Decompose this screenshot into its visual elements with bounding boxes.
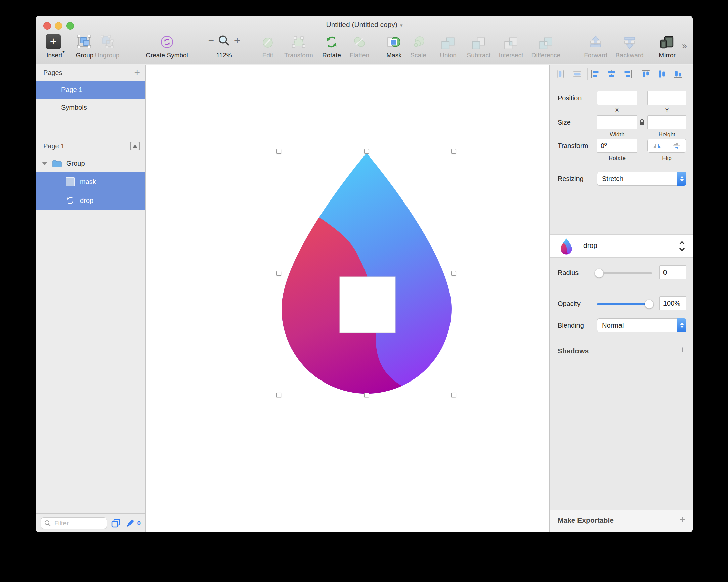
folder-icon [52, 160, 62, 167]
position-x-field[interactable] [597, 91, 637, 105]
size-height-field[interactable] [647, 115, 686, 129]
scale-icon [405, 32, 432, 49]
radius-slider[interactable] [597, 272, 652, 274]
make-exportable-section[interactable]: Make Exportable + [550, 510, 693, 532]
collapse-artboards-icon[interactable] [130, 142, 140, 151]
toolbar-item-forward: Forward [579, 32, 613, 59]
rotate-label: Rotate [597, 155, 637, 162]
add-export-button[interactable]: + [679, 513, 685, 525]
selection-handle-se[interactable] [451, 393, 456, 397]
position-y-field[interactable] [647, 91, 686, 105]
selection-handle-ne[interactable] [451, 149, 456, 154]
distribute-vertically-icon[interactable] [572, 69, 582, 79]
add-shadow-button[interactable]: + [679, 344, 685, 356]
make-exportable-label: Make Exportable [558, 516, 614, 524]
transform-label: Transform [558, 142, 588, 150]
layers-header: Page 1 [36, 138, 146, 155]
layer-row-group[interactable]: Group [36, 155, 146, 172]
align-top-icon[interactable] [641, 69, 650, 79]
flip-label: Flip [647, 155, 687, 162]
difference-icon [527, 32, 565, 49]
drop-artwork [279, 152, 454, 396]
canvas[interactable] [146, 65, 549, 532]
toolbar-item-zoom[interactable]: − + 112% [201, 32, 248, 59]
flip-control[interactable] [647, 139, 686, 153]
selection-handle-e[interactable] [451, 271, 456, 276]
toolbar-item-transform: Transform [279, 32, 319, 59]
draft-count-badge: 0 [137, 520, 141, 527]
blending-label: Blending [558, 322, 584, 329]
insert-plus-icon: +▾ [39, 32, 70, 49]
resizing-dropdown[interactable]: Stretch [597, 171, 686, 186]
pencil-icon[interactable] [126, 519, 135, 528]
add-page-button[interactable]: + [134, 67, 140, 78]
symbol-stepper-icon[interactable] [679, 241, 685, 252]
toolbar-item-mask[interactable]: Mask [381, 32, 407, 59]
selection-handle-s[interactable] [364, 393, 369, 397]
toolbar-overflow-icon[interactable]: ›› [682, 40, 686, 51]
subtract-icon [462, 32, 496, 49]
ungroup-icon [92, 32, 122, 49]
toolbar-item-rotate[interactable]: Rotate [317, 32, 346, 59]
layer-row-drop[interactable]: drop [36, 191, 146, 210]
lock-icon[interactable] [639, 118, 645, 126]
zoom-out-icon[interactable]: − [208, 35, 214, 46]
toolbar-item-insert[interactable]: +▾ Insert [39, 32, 70, 59]
edit-icon [254, 32, 281, 49]
toolbar-item-create-symbol[interactable]: Create Symbol [140, 32, 194, 59]
selection-handle-sw[interactable] [277, 393, 281, 397]
align-bottom-icon[interactable] [673, 69, 683, 79]
y-label: Y [647, 107, 687, 114]
stepper-icon[interactable] [677, 171, 686, 186]
selection-handle-w[interactable] [277, 271, 281, 276]
app-window: Untitled (Untitled copy)▾ +▾ Insert Grou… [36, 16, 693, 532]
align-vertical-middle-icon[interactable] [657, 69, 667, 79]
stepper-icon[interactable] [677, 318, 686, 333]
opacity-field[interactable] [659, 296, 686, 310]
search-icon [44, 520, 51, 527]
filter-input[interactable] [54, 519, 98, 527]
sidebar-bottom-bar: 0 [36, 513, 146, 532]
disclosure-triangle-icon[interactable] [42, 162, 47, 165]
title-chevron-icon[interactable]: ▾ [400, 22, 403, 28]
radius-label: Radius [558, 269, 578, 277]
selection-box[interactable] [279, 151, 454, 395]
flip-horizontal-icon[interactable] [648, 139, 667, 153]
distribute-horizontally-icon[interactable] [556, 69, 565, 79]
pages-overlap-icon[interactable] [111, 518, 121, 528]
zoom-in-icon[interactable]: + [234, 35, 240, 46]
zoom-level: 112% [201, 52, 248, 59]
backward-icon [611, 32, 648, 49]
filter-field[interactable] [41, 517, 107, 529]
transform-icon [279, 32, 319, 49]
symbol-row[interactable]: drop [550, 234, 693, 258]
selection-handle-n[interactable] [364, 149, 369, 154]
mask-icon [381, 32, 407, 49]
size-width-field[interactable] [597, 115, 637, 129]
magnifier-icon [218, 34, 230, 47]
x-label: X [597, 107, 637, 114]
flip-vertical-icon[interactable] [667, 139, 686, 153]
mask-white-square [340, 277, 395, 333]
selection-handle-nw[interactable] [277, 149, 281, 154]
width-label: Width [597, 131, 637, 138]
radius-slider-knob[interactable] [595, 269, 604, 278]
layer-row-mask[interactable]: mask [36, 172, 146, 191]
rotate-arrows-icon [66, 196, 75, 205]
opacity-slider-knob[interactable] [645, 299, 654, 309]
radius-field[interactable] [659, 265, 686, 280]
toolbar-item-intersect: Intersect [494, 32, 528, 59]
toolbar-item-scale: Scale [405, 32, 432, 59]
page-item-page1[interactable]: Page 1 [36, 81, 146, 99]
blending-dropdown[interactable]: Normal [597, 318, 686, 333]
align-horizontal-center-icon[interactable] [607, 69, 616, 79]
window-title: Untitled (Untitled copy)▾ [36, 21, 693, 29]
alignment-toolbar [550, 65, 693, 83]
inspector-panel: Position X Y Size Width Height Transform [549, 65, 693, 532]
rotate-field[interactable] [597, 139, 637, 153]
align-right-icon[interactable] [623, 69, 632, 79]
toolbar-item-mirror[interactable]: Mirror [653, 32, 682, 59]
mirror-icon [653, 32, 682, 49]
page-item-symbols[interactable]: Symbols [36, 99, 146, 116]
align-left-icon[interactable] [591, 69, 600, 79]
